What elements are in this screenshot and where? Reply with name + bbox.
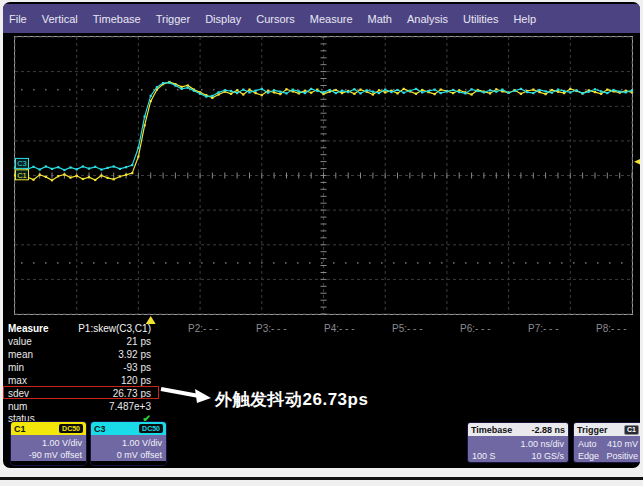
trigger-level: 410 mV (607, 438, 638, 450)
measure-panel: Measure valuemeanminmaxsdevnumstatus P1:… (3, 318, 640, 430)
channel-c3-scale: 1.00 V/div (95, 437, 162, 449)
measure-p8-header[interactable]: P8:- - - (596, 322, 640, 335)
menu-item-help[interactable]: Help (513, 13, 536, 25)
channel-c1-scale: 1.00 V/div (15, 437, 82, 449)
menu-item-cursors[interactable]: Cursors (256, 13, 295, 25)
trigger-descriptor[interactable]: Trigger C1 Auto 410 mV Edge Positive (573, 422, 640, 463)
measure-label-min: min (8, 361, 24, 374)
trigger-slope: Positive (606, 450, 638, 462)
trigger-source-badge: C1 (624, 425, 639, 435)
measure-p1-mean: 3.92 ps (36, 348, 151, 361)
channel-tag-c1[interactable]: C1 (16, 170, 29, 180)
sdev-highlight-box (3, 386, 159, 399)
waveform-c1 (14, 81, 633, 181)
channel-c3-coupling-badge: DC50 (139, 424, 163, 433)
menu-item-analysis[interactable]: Analysis (407, 13, 448, 25)
trigger-level-marker-icon[interactable] (634, 157, 640, 167)
measure-p7-header[interactable]: P7:- - - (528, 322, 582, 335)
channel-c3-descriptor[interactable]: C3 DC50 1.00 V/div 0 mV offset (90, 421, 167, 466)
timebase-label: Timebase (471, 425, 512, 435)
measure-p1-value: 21 ps (36, 335, 151, 348)
channel-tag-c3[interactable]: C3 (16, 158, 29, 168)
measure-p4-header[interactable]: P4:- - - (324, 322, 378, 335)
svg-text:C3: C3 (17, 159, 27, 168)
menu-item-trigger[interactable]: Trigger (156, 13, 190, 25)
waveform-grid: C3C1 (14, 36, 633, 315)
timebase-scale: 1.00 ns/div (472, 438, 564, 450)
menu-item-display[interactable]: Display (205, 13, 241, 25)
measure-p6-header[interactable]: P6:- - - (460, 322, 514, 335)
timebase-rate: 10 GS/s (531, 450, 564, 462)
trigger-mode: Auto (578, 438, 597, 450)
trigger-type: Edge (578, 450, 599, 462)
svg-text:C1: C1 (17, 171, 27, 180)
channel-c3-label: C3 (94, 424, 106, 434)
trigger-label: Trigger (577, 425, 608, 435)
channel-c1-descriptor[interactable]: C1 DC50 1.00 V/div -90 mV offset (10, 421, 87, 466)
menu-item-file[interactable]: File (9, 13, 27, 25)
measure-p2-header[interactable]: P2:- - - (188, 322, 242, 335)
menu-item-vertical[interactable]: Vertical (42, 13, 78, 25)
measure-p1-header[interactable]: P1:skew(C3,C1) (36, 322, 151, 335)
measure-p1-min: -93 ps (36, 361, 151, 374)
menu-item-timebase[interactable]: Timebase (93, 13, 141, 25)
menu-bar: FileVerticalTimebaseTriggerDisplayCursor… (3, 4, 640, 33)
timebase-samples: 100 S (472, 450, 496, 462)
measure-p3-header[interactable]: P3:- - - (256, 322, 310, 335)
channel-c3-offset: 0 mV offset (95, 449, 162, 461)
menu-item-utilities[interactable]: Utilities (463, 13, 498, 25)
bottom-divider (0, 477, 643, 480)
timebase-descriptor[interactable]: Timebase -2.88 ns 1.00 ns/div 100 S 10 G… (467, 422, 569, 463)
channel-c1-label: C1 (14, 424, 26, 434)
measure-p5-header[interactable]: P5:- - - (392, 322, 446, 335)
timebase-delay: -2.88 ns (531, 425, 565, 435)
measure-label-mean: mean (8, 348, 33, 361)
waveform-plot: C3C1 (15, 37, 632, 314)
scope-screen: FileVerticalTimebaseTriggerDisplayCursor… (3, 2, 640, 468)
menu-item-math[interactable]: Math (368, 13, 392, 25)
page-background: FileVerticalTimebaseTriggerDisplayCursor… (0, 0, 643, 486)
menu-item-measure[interactable]: Measure (310, 13, 353, 25)
annotation-arrow-icon (159, 384, 215, 406)
jitter-annotation-text: 外触发抖动26.73ps (215, 388, 368, 411)
channel-c1-offset: -90 mV offset (15, 449, 82, 461)
measure-label-value: value (8, 335, 32, 348)
channel-c1-coupling-badge: DC50 (59, 424, 83, 433)
